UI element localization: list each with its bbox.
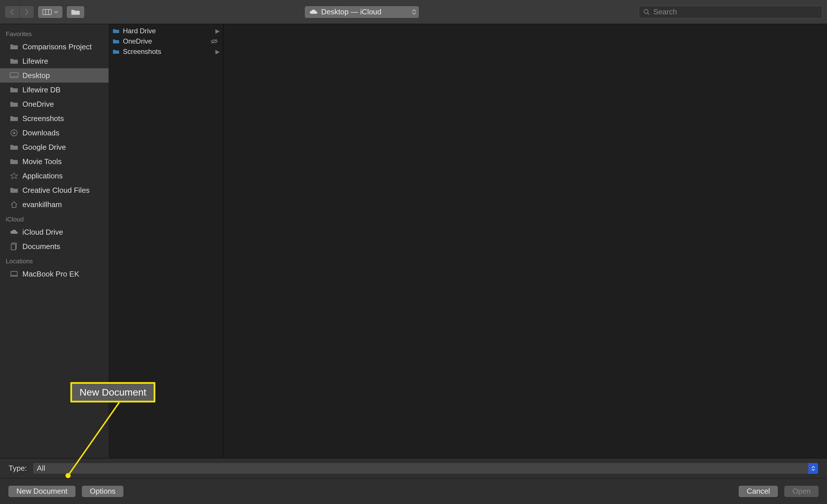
location-label: Desktop — iCloud (321, 7, 382, 16)
sidebar-item-label: OneDrive (22, 100, 54, 109)
folder-icon (10, 158, 18, 165)
new-document-label: New Document (16, 487, 67, 496)
sidebar-item-label: Screenshots (22, 114, 64, 123)
sidebar-item[interactable]: Comparisons Project (0, 40, 108, 54)
sidebar-item-label: Lifewire (22, 57, 48, 66)
sidebar-item-label: Lifewire DB (22, 86, 61, 94)
sidebar-item[interactable]: Creative Cloud Files (0, 183, 108, 198)
column-item-label: OneDrive (123, 37, 152, 45)
button-bar: New Document Options Cancel Open (0, 478, 827, 504)
svg-rect-9 (11, 244, 15, 250)
options-button[interactable]: Options (82, 485, 124, 497)
column-item-label: Hard Drive (123, 27, 156, 35)
forward-button[interactable] (19, 6, 34, 18)
folder-icon (10, 115, 18, 122)
sidebar-section-header: Locations (0, 254, 108, 267)
chevron-right-icon: ▶ (215, 48, 220, 55)
cloud-icon (309, 9, 318, 15)
sidebar-item[interactable]: Documents (0, 239, 108, 254)
chevron-down-icon (54, 11, 58, 13)
column-item-label: Screenshots (123, 48, 161, 56)
svg-point-3 (644, 9, 648, 13)
sidebar-section-header: iCloud (0, 212, 108, 225)
column-item[interactable]: OneDrive (108, 36, 223, 47)
laptop-icon (10, 271, 18, 277)
sidebar-item[interactable]: Lifewire DB (0, 82, 108, 97)
nav-group (5, 6, 34, 18)
folder-icon (10, 58, 18, 64)
sidebar-item-label: Documents (22, 242, 60, 251)
applications-icon (10, 172, 18, 179)
sidebar-item-label: iCloud Drive (22, 228, 63, 237)
svg-rect-5 (10, 72, 18, 78)
sidebar-item-label: Movie Tools (22, 157, 62, 166)
chevron-left-icon (9, 9, 15, 15)
updown-icon (412, 9, 416, 15)
group-button[interactable] (66, 6, 85, 18)
sidebar-item[interactable]: OneDrive (0, 97, 108, 111)
search-placeholder: Search (653, 7, 677, 16)
search-icon (643, 9, 650, 15)
folder-icon (10, 43, 18, 50)
chevron-right-icon (24, 9, 29, 15)
callout-box: New Document (70, 382, 155, 402)
sidebar-item[interactable]: MacBook Pro EK (0, 267, 108, 281)
type-value: All (37, 464, 45, 473)
column-browser: Hard Drive▶OneDriveScreenshots▶ (108, 24, 827, 458)
search-field[interactable]: Search (639, 6, 822, 18)
folder-icon (10, 101, 18, 108)
svg-point-14 (65, 473, 70, 478)
type-bar: Type: All (0, 458, 827, 478)
type-label: Type: (9, 464, 27, 473)
hidden-icon (210, 39, 218, 44)
callout-text: New Document (80, 387, 146, 398)
toolbar: Desktop — iCloud Search (0, 0, 827, 24)
location-popup[interactable]: Desktop — iCloud (304, 6, 419, 18)
sidebar-item[interactable]: Downloads (0, 126, 108, 140)
new-document-button[interactable]: New Document (8, 485, 76, 497)
svg-rect-0 (43, 9, 51, 15)
column-item[interactable]: Hard Drive▶ (108, 26, 223, 36)
sidebar-item-label: Google Drive (22, 143, 66, 152)
downloads-icon (10, 129, 18, 136)
sidebar-item-label: Comparisons Project (22, 43, 92, 51)
cloud-icon (10, 229, 18, 235)
sidebar-item[interactable]: iCloud Drive (0, 225, 108, 239)
open-button[interactable]: Open (784, 485, 819, 497)
sidebar-item[interactable]: Google Drive (0, 140, 108, 154)
back-button[interactable] (5, 6, 19, 18)
sidebar-item[interactable]: evankillham (0, 198, 108, 212)
sidebar-item[interactable]: Screenshots (0, 111, 108, 126)
folder-icon (10, 144, 18, 151)
folder-group-icon (71, 9, 80, 15)
folder-icon (112, 29, 119, 34)
documents-icon (10, 243, 18, 250)
sidebar-item[interactable]: Applications (0, 169, 108, 183)
svg-line-4 (647, 13, 649, 15)
type-select[interactable]: All (33, 463, 818, 474)
sidebar-item[interactable]: Desktop (0, 68, 108, 82)
sidebar-item[interactable]: Movie Tools (0, 154, 108, 169)
folder-icon (112, 49, 119, 54)
sidebar-item[interactable]: Lifewire (0, 54, 108, 68)
sidebar-item-label: Applications (22, 172, 63, 180)
sidebar-item-label: Creative Cloud Files (22, 186, 90, 195)
folder-icon (112, 39, 119, 44)
view-mode-button[interactable] (38, 6, 63, 18)
svg-line-13 (68, 402, 119, 475)
folder-icon (10, 187, 18, 193)
columns-icon (43, 9, 52, 15)
svg-rect-10 (11, 271, 17, 275)
updown-icon (808, 463, 818, 474)
options-label: Options (90, 487, 116, 496)
sidebar-item-label: MacBook Pro EK (22, 270, 79, 279)
chevron-right-icon: ▶ (215, 27, 220, 35)
sidebar-item-label: evankillham (22, 200, 62, 209)
callout-line (64, 401, 122, 480)
home-icon (10, 201, 18, 208)
column-item[interactable]: Screenshots▶ (108, 47, 223, 57)
open-dialog: Desktop — iCloud Search FavoritesCompari… (0, 0, 827, 504)
sidebar-section-header: Favorites (0, 26, 108, 40)
open-label: Open (792, 487, 811, 496)
cancel-button[interactable]: Cancel (738, 485, 778, 497)
